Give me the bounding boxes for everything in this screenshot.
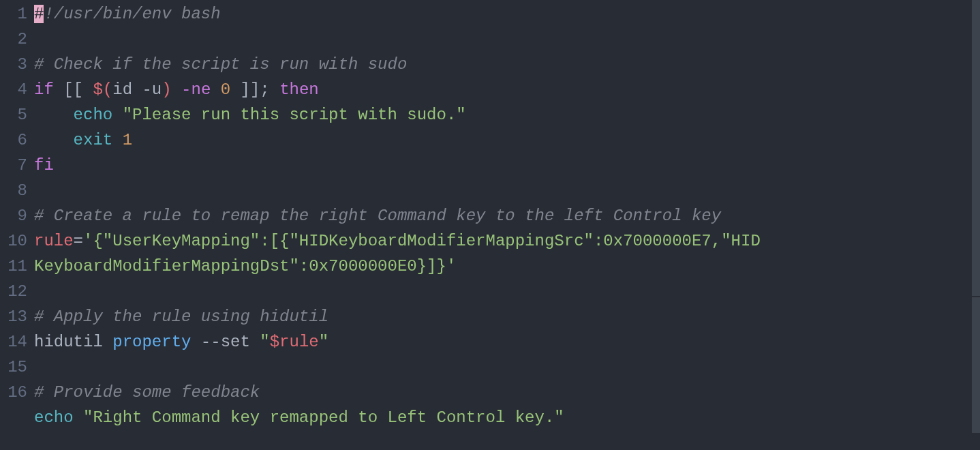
comment: # Check if the script is run with sudo [34,55,407,74]
code-line[interactable]: # Create a rule to remap the right Comma… [34,203,980,228]
code-line[interactable]: if [[ $(id -u) -ne 0 ]]; then [34,77,980,102]
code-line[interactable]: # Check if the script is run with sudo [34,52,980,77]
comment: # Apply the rule using hidutil [34,308,328,326]
code-line[interactable]: hidutil property --set "$rule" [34,329,980,355]
line-number: 2 [0,27,27,52]
code-line[interactable] [34,178,980,203]
code-area[interactable]: #!/usr/bin/env bash # Check if the scrip… [27,0,980,450]
quote-open: " [260,333,269,351]
line-number-gutter: 1 2 3 4 5 6 7 8 9 10 11 12 13 14 15 16 [0,0,27,450]
line-number: 5 [0,102,27,127]
string-literal: "Please run this script with sudo." [123,106,466,124]
flag-set: --set [201,333,250,351]
number-one: 1 [123,131,132,149]
flag: -u [142,80,162,99]
code-line[interactable]: # Provide some feedback [34,380,980,405]
scrollbar-thumb[interactable] [972,297,980,433]
cmd-subst-open: $( [93,80,112,99]
code-line[interactable]: exit 1 [34,127,980,153]
code-line[interactable]: # Apply the rule using hidutil [34,304,980,329]
number-zero: 0 [221,80,230,99]
string-literal: '{"UserKeyMapping":[{"HIDKeyboardModifie… [34,232,761,275]
code-editor[interactable]: 1 2 3 4 5 6 7 8 9 10 11 12 13 14 15 16 #… [0,0,980,450]
code-line[interactable]: rule='{"UserKeyMapping":[{"HIDKeyboardMo… [34,228,770,279]
bracket-close: ]] [241,80,260,99]
line-number: 1 [0,1,27,27]
builtin-exit: exit [74,131,113,149]
line-number: 3 [0,52,27,77]
bracket-open: [[ [63,80,93,99]
keyword-then: then [279,80,319,99]
code-line[interactable]: fi [34,153,980,178]
line-number: 13 [0,304,27,329]
string-literal: "Right Command key remapped to Left Cont… [83,408,564,427]
line-number: 11 [0,254,27,279]
cmd-subst-close: ) [162,80,171,99]
command-hidutil: hidutil [34,333,103,351]
line-number: 7 [0,153,27,178]
line-number: 10 [0,228,27,254]
comment: # Create a rule to remap the right Comma… [34,207,721,225]
quote-close: " [319,333,328,351]
comment: # Provide some feedback [34,383,260,402]
shebang: !/usr/bin/env bash [44,5,220,23]
code-line[interactable]: echo "Please run this script with sudo." [34,102,980,127]
variable-rule-ref: rule [279,333,319,351]
line-number: 15 [0,355,27,380]
line-number: 14 [0,329,27,355]
subcommand-property: property [112,333,191,351]
builtin-echo: echo [34,408,74,427]
line-number: 8 [0,178,27,203]
operator-ne: -ne [181,80,211,99]
code-line[interactable]: #!/usr/bin/env bash [34,1,980,27]
keyword-fi: fi [34,156,54,175]
code-line[interactable] [34,27,980,52]
variable-rule: rule [34,232,74,250]
code-line[interactable]: echo "Right Command key remapped to Left… [34,405,980,430]
builtin-echo: echo [74,106,113,124]
variable-sigil: $ [270,333,279,351]
line-number: 6 [0,127,27,153]
command-id: id [112,80,132,99]
scrollbar-thumb[interactable] [972,0,980,296]
equals: = [74,232,83,250]
line-number: 4 [0,77,27,102]
text-cursor: # [34,5,44,23]
code-line[interactable] [34,355,980,380]
line-number: 16 [0,380,27,405]
line-number: 12 [0,279,27,304]
line-number: 9 [0,203,27,228]
code-line[interactable] [34,279,980,304]
scrollbar-track[interactable] [972,0,980,450]
keyword-if: if [34,80,54,99]
